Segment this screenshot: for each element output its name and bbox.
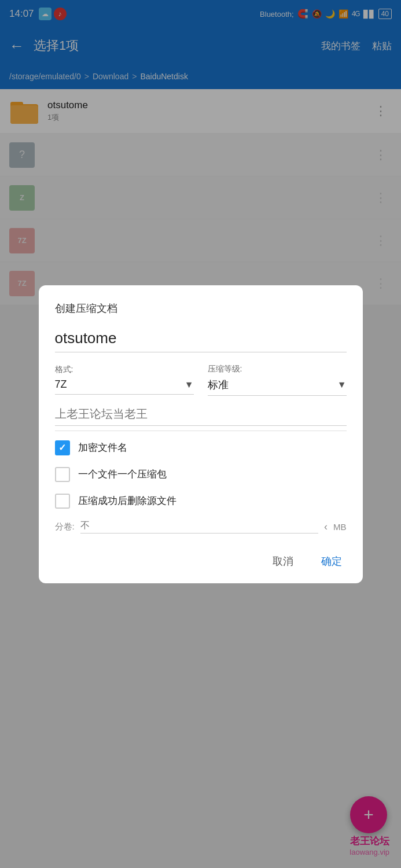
split-unit: MB: [333, 522, 347, 532]
checkbox-encrypt-filenames-row: 加密文件名: [55, 440, 347, 455]
format-field: 格式: 7Z ▼: [55, 365, 194, 395]
cancel-button[interactable]: 取消: [268, 551, 298, 572]
split-arrow-icon: ‹: [324, 521, 328, 533]
format-label: 格式:: [55, 365, 194, 375]
confirm-button[interactable]: 确定: [317, 551, 347, 572]
one-file-checkbox[interactable]: [55, 467, 70, 482]
split-volume-row: 分卷: ‹ MB: [55, 520, 347, 534]
dialog-title: 创建压缩文档: [55, 301, 347, 315]
compression-label: 压缩等级:: [208, 364, 347, 374]
format-compression-row: 格式: 7Z ▼ 压缩等级: 标准 ▼: [55, 364, 347, 396]
checkbox-delete-source-row: 压缩成功后删除源文件: [55, 494, 347, 509]
filename-input[interactable]: [55, 329, 347, 352]
compression-field: 压缩等级: 标准 ▼: [208, 364, 347, 396]
compression-dropdown-icon: ▼: [337, 380, 347, 390]
dialog-overlay: 创建压缩文档 格式: 7Z ▼ 压缩等级: 标准 ▼: [0, 0, 401, 868]
compression-value: 标准: [208, 378, 229, 392]
format-dropdown-icon: ▼: [185, 380, 194, 390]
encrypt-filenames-checkbox[interactable]: [55, 440, 70, 455]
format-value: 7Z: [55, 378, 67, 391]
dialog-actions: 取消 确定: [55, 545, 347, 572]
delete-source-checkbox[interactable]: [55, 494, 70, 509]
password-input[interactable]: [55, 407, 347, 426]
checkbox-one-file-row: 一个文件一个压缩包: [55, 467, 347, 482]
compression-select[interactable]: 标准 ▼: [208, 378, 347, 396]
one-file-label: 一个文件一个压缩包: [78, 468, 167, 481]
delete-source-label: 压缩成功后删除源文件: [78, 494, 176, 507]
format-select[interactable]: 7Z ▼: [55, 378, 194, 395]
encrypt-filenames-label: 加密文件名: [78, 441, 127, 454]
split-input[interactable]: [80, 520, 318, 534]
split-label: 分卷:: [55, 521, 75, 532]
divider: [55, 431, 347, 431]
create-archive-dialog: 创建压缩文档 格式: 7Z ▼ 压缩等级: 标准 ▼: [39, 285, 363, 583]
